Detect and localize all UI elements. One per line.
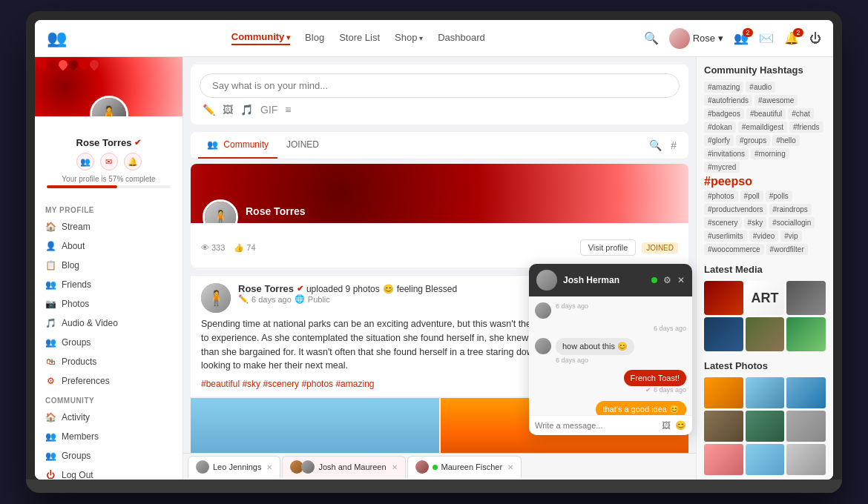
chat-tab-leo[interactable]: Leo Jennings ✕ — [188, 456, 280, 478]
latest-photo-6[interactable] — [786, 411, 826, 442]
hashtag-awesome[interactable]: #awesome — [754, 95, 798, 106]
media-thumb-1[interactable] — [704, 281, 743, 315]
chat-tab-maureen[interactable]: Maureen Fischer ✕ — [407, 456, 522, 478]
compose-gif-icon[interactable]: GIF — [260, 104, 277, 116]
chat-input-field[interactable] — [535, 421, 657, 430]
visit-profile-button[interactable]: Visit profile — [580, 239, 637, 256]
hashtag-vip[interactable]: #vip — [780, 231, 801, 242]
latest-photo-3[interactable] — [786, 377, 826, 408]
sidebar-item-products[interactable]: 🛍 Products — [35, 352, 183, 371]
profile-notification-btn[interactable]: 🔔 — [124, 153, 142, 170]
nav-shop[interactable]: Shop — [395, 32, 423, 44]
profile-menu[interactable]: Rose ▾ — [669, 28, 723, 49]
chat-tab-close-leo[interactable]: ✕ — [266, 463, 272, 471]
hashtag-hello[interactable]: #hello — [772, 135, 800, 146]
compose-music-icon[interactable]: 🎵 — [240, 104, 253, 116]
compose-edit-icon[interactable]: ✏️ — [203, 104, 215, 116]
hashtag-video[interactable]: #video — [749, 231, 778, 242]
sidebar-item-activity[interactable]: 🏠 Activity — [35, 408, 183, 427]
media-thumb-5[interactable] — [746, 317, 785, 351]
compose-input[interactable] — [200, 73, 680, 98]
tab-joined[interactable]: JOINED — [277, 132, 328, 159]
hashtag-sociallogin[interactable]: #sociallogin — [769, 217, 815, 228]
sidebar-item-community-groups[interactable]: 👥 Groups — [35, 446, 183, 465]
hashtag-invitations[interactable]: #invitations — [704, 148, 749, 159]
sidebar-item-members[interactable]: 👥 Members — [35, 427, 183, 446]
hashtag-poll[interactable]: #poll — [740, 190, 763, 202]
hashtag-autofriends[interactable]: #autofriends — [704, 95, 752, 106]
hashtag-sky[interactable]: #sky — [744, 217, 767, 228]
nav-community[interactable]: Community — [231, 31, 290, 45]
hashtag-raindrops[interactable]: #raindrops — [769, 204, 812, 215]
hashtag-mycred[interactable]: #mycred — [704, 162, 740, 173]
sidebar-item-logout[interactable]: ⏻ Log Out — [35, 465, 183, 480]
notifications-icon[interactable]: 🔔2 — [784, 31, 799, 45]
hashtag-amazing[interactable]: #amazing — [704, 82, 743, 93]
feed-search-btn[interactable]: 🔍 — [645, 133, 666, 157]
hashtag-friends[interactable]: #friends — [789, 122, 823, 133]
power-icon[interactable]: ⏻ — [809, 32, 821, 45]
latest-photo-2[interactable] — [746, 377, 785, 408]
sidebar-item-photos[interactable]: 📷 Photos — [35, 294, 183, 314]
compose-photo-icon[interactable]: 🖼 — [223, 104, 233, 116]
sidebar-item-groups[interactable]: 👥 Groups — [35, 333, 183, 352]
hashtag-wordfilter[interactable]: #wordfilter — [766, 244, 808, 255]
chat-image-icon[interactable]: 🖼 — [662, 420, 671, 431]
compose-list-icon[interactable]: ≡ — [285, 104, 291, 116]
hashtag-photos[interactable]: #photos — [704, 190, 738, 202]
search-button[interactable]: 🔍 — [644, 31, 659, 45]
hashtag-beautiful[interactable]: #beautiful — [746, 108, 786, 119]
friends-icon[interactable]: 👥2 — [734, 31, 749, 45]
latest-photo-9[interactable] — [786, 444, 826, 475]
hashtag-userlimits[interactable]: #userlimits — [704, 231, 747, 242]
sidebar-item-stream[interactable]: 🏠 Stream — [35, 217, 183, 236]
hashtag-productvendors[interactable]: #productvendors — [704, 204, 767, 215]
chat-settings-button[interactable]: ⚙ — [663, 275, 671, 285]
hashtag-peepso-featured[interactable]: #peepso — [704, 175, 826, 188]
chat-close-button[interactable]: ✕ — [677, 275, 685, 285]
hashtag-morning[interactable]: #morning — [751, 148, 789, 159]
author-name-text[interactable]: Rose Torres — [238, 283, 294, 294]
hashtag-dokan[interactable]: #dokan — [704, 122, 736, 133]
messages-icon[interactable]: ✉️ — [759, 31, 774, 45]
feed-hashtag-btn[interactable]: # — [666, 133, 681, 157]
profile-message-btn[interactable]: ✉ — [100, 153, 118, 170]
hashtag-audio[interactable]: #audio — [746, 82, 775, 93]
sidebar-item-preferences[interactable]: ⚙ Preferences — [35, 371, 183, 391]
nav-blog[interactable]: Blog — [305, 32, 324, 44]
latest-photo-4[interactable] — [704, 411, 743, 442]
chat-bubble-received-1: how about this 😊 — [556, 338, 634, 355]
latest-photo-8[interactable] — [746, 444, 785, 475]
sidebar-item-about[interactable]: 👤 About — [35, 236, 183, 256]
sidebar-item-audio-video[interactable]: 🎵 Audio & Video — [35, 314, 183, 333]
app-logo[interactable]: 👥 — [47, 29, 67, 48]
nav-dashboard[interactable]: Dashboard — [438, 32, 485, 44]
sidebar-item-blog[interactable]: 📋 Blog — [35, 256, 183, 275]
tab-community[interactable]: 👥 Community — [198, 132, 277, 159]
chat-tab-josh[interactable]: Josh and Maureen ✕ — [282, 456, 405, 478]
media-thumb-2[interactable]: ART — [746, 281, 785, 315]
latest-photo-7[interactable] — [704, 444, 743, 475]
chat-tab-close-josh[interactable]: ✕ — [392, 463, 398, 471]
chat-emoji-icon[interactable]: 😊 — [675, 420, 686, 431]
hashtag-groups[interactable]: #groups — [736, 135, 770, 146]
blog-label: Blog — [62, 260, 79, 271]
nav-store-list[interactable]: Store List — [339, 32, 380, 44]
hashtag-badgeos[interactable]: #badgeos — [704, 108, 744, 119]
hashtag-scenery[interactable]: #scenery — [704, 217, 742, 228]
latest-photo-1[interactable] — [704, 377, 743, 408]
hashtag-emaildigest[interactable]: #emaildigest — [738, 122, 787, 133]
latest-photo-5[interactable] — [746, 411, 785, 442]
sidebar-item-friends[interactable]: 👥 Friends — [35, 275, 183, 294]
chat-tab-close-maureen[interactable]: ✕ — [507, 463, 513, 471]
media-thumb-6[interactable] — [786, 317, 826, 351]
profile-friends-btn[interactable]: 👥 — [76, 153, 94, 170]
hashtag-woocommerce[interactable]: #woocommerce — [704, 244, 764, 255]
media-thumb-3[interactable] — [786, 281, 826, 315]
hashtag-chat[interactable]: #chat — [788, 108, 813, 119]
hashtag-glorfy[interactable]: #glorfy — [704, 135, 734, 146]
media-thumb-4[interactable] — [704, 317, 743, 351]
friends-badge: 2 — [743, 28, 753, 37]
hashtag-polls[interactable]: #polls — [766, 190, 792, 202]
post-tabs: 👥 Community JOINED 🔍 # — [191, 132, 688, 159]
